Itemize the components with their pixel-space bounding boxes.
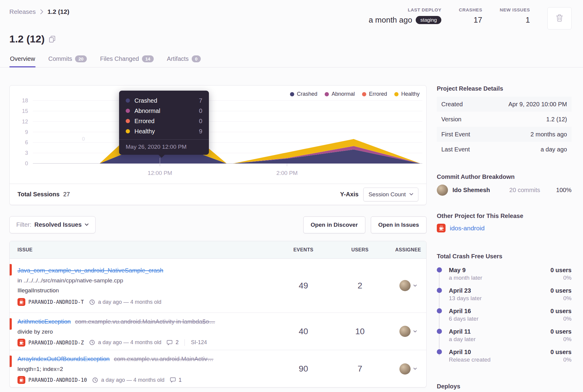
legend-item-crashed[interactable]: Crashed xyxy=(290,91,317,97)
clock-icon xyxy=(89,340,95,345)
crashed-dot-icon xyxy=(126,98,130,103)
svg-text:3: 3 xyxy=(25,150,28,156)
tooltip-row-abnormal: Abnormal0 xyxy=(126,106,202,116)
timeline-item: May 9 a month later 0 users0% xyxy=(437,266,572,287)
new-issues-value: 1 xyxy=(526,15,530,25)
chevron-down-icon xyxy=(413,368,417,370)
issue-events-count: 40 xyxy=(277,327,330,336)
svg-text:15: 15 xyxy=(22,108,28,114)
total-sessions-label: Total Sessions xyxy=(17,191,60,198)
project-slug[interactable]: PARANOID-ANDROID-10 xyxy=(28,377,87,383)
deploys-title: Deploys xyxy=(437,383,460,390)
errored-legend-dot xyxy=(362,92,366,96)
open-in-issues-button[interactable]: Open in Issues xyxy=(371,216,427,233)
other-project-title: Other Project for This Release xyxy=(437,213,523,219)
issue-events-count: 49 xyxy=(277,281,330,291)
issue-title-link[interactable]: Java_com_example_vu_android_NativeSample… xyxy=(17,267,163,274)
issue-events-count: 90 xyxy=(277,364,330,374)
chart-footer: Total Sessions 27 Y-Axis Session Count xyxy=(10,184,426,205)
project-slug[interactable]: PARANOID-ANDROID-T xyxy=(28,299,84,305)
project-slug[interactable]: PARANOID-ANDROID-Z xyxy=(28,340,84,346)
delete-release-button[interactable] xyxy=(547,7,572,30)
legend-item-errored[interactable]: Errored xyxy=(362,91,387,97)
abnormal-dot-icon xyxy=(126,109,130,113)
new-issues-label: NEW ISSUES xyxy=(500,7,530,12)
svg-text:2:00 PM: 2:00 PM xyxy=(276,170,298,176)
crashes-label: CRASHES xyxy=(459,7,482,12)
release-details-title: Project Release Details xyxy=(437,85,572,92)
sessions-chart-card: Crashed Abnormal Errored Healthy 0369121… xyxy=(9,85,427,205)
abnormal-legend-dot xyxy=(325,92,329,96)
chevron-down-icon xyxy=(85,223,89,226)
svg-text:9: 9 xyxy=(25,129,28,135)
svg-text:12: 12 xyxy=(22,119,28,125)
assignee-avatar xyxy=(399,280,411,291)
crash-free-timeline: May 9 a month later 0 users0% April 23 1… xyxy=(437,266,572,369)
crashed-legend-dot xyxy=(290,92,294,96)
tab-artifacts[interactable]: Artifacts0 xyxy=(166,54,202,67)
issue-row: ArrayIndexOutOfBoundsExceptioncom.exampl… xyxy=(10,350,426,387)
column-header-users: USERS xyxy=(330,247,390,253)
tab-overview[interactable]: Overview xyxy=(9,54,36,67)
issues-filter-row: Filter: Resolved Issues Open in Discover… xyxy=(9,216,427,233)
y-axis-label: Y-Axis xyxy=(340,191,358,198)
assignee-avatar xyxy=(399,326,411,337)
commit-author-row: Ido Shemesh 20 commits 100% xyxy=(437,185,572,196)
java-project-icon[interactable] xyxy=(17,298,25,306)
other-project-link[interactable]: idos-android xyxy=(450,225,485,232)
breadcrumb-releases-link[interactable]: Releases xyxy=(9,8,36,15)
errored-dot-icon xyxy=(126,119,130,123)
y-axis-select[interactable]: Session Count xyxy=(363,188,418,201)
environment-badge: staging xyxy=(416,16,441,24)
stat-crashes: CRASHES 17 xyxy=(459,7,482,25)
stat-new-issues: NEW ISSUES 1 xyxy=(500,7,530,25)
breadcrumb: Releases 1.2 (12) xyxy=(9,8,69,15)
meta-divider xyxy=(184,339,185,346)
timeline-dot xyxy=(437,308,442,313)
legend-item-healthy[interactable]: Healthy xyxy=(394,91,420,97)
unresolved-indicator xyxy=(10,356,12,367)
tooltip-row-errored: Errored0 xyxy=(126,116,202,126)
tooltip-row-crashed: Crashed7 xyxy=(126,95,202,106)
artifacts-count-badge: 0 xyxy=(192,55,201,62)
tab-files-changed[interactable]: Files Changed14 xyxy=(99,54,154,67)
java-project-icon[interactable] xyxy=(17,339,25,347)
last-deploy-label: LAST DEPLOY xyxy=(369,7,441,12)
issue-culprit: com.example.vu.android.MainActiv… xyxy=(114,356,213,362)
legend-item-abnormal[interactable]: Abnormal xyxy=(325,91,355,97)
copy-version-icon[interactable] xyxy=(49,36,55,43)
release-sidebar: Project Release Details CreatedApr 9, 20… xyxy=(437,85,572,392)
commits-count-badge: 20 xyxy=(75,55,87,62)
healthy-dot-icon xyxy=(126,129,130,133)
issue-title-link[interactable]: ArithmeticException xyxy=(17,318,71,325)
svg-text:12:00 PM: 12:00 PM xyxy=(148,170,172,176)
issue-users-count: 7 xyxy=(330,364,390,374)
last-deploy-value: a month ago xyxy=(369,15,412,25)
assignee-dropdown[interactable] xyxy=(390,363,426,375)
tab-commits[interactable]: Commits20 xyxy=(48,54,87,67)
timeline-item: April 16 6 days later 0 users0% xyxy=(437,307,572,328)
column-header-events: EVENTS xyxy=(277,247,330,253)
svg-text:6: 6 xyxy=(25,139,28,145)
chevron-down-icon xyxy=(413,285,417,287)
timeline-dot xyxy=(437,267,442,272)
author-name: Ido Shemesh xyxy=(452,187,490,194)
issue-short-id: SI-124 xyxy=(191,339,207,346)
page-title: 1.2 (12) xyxy=(9,33,45,45)
sessions-stacked-area-chart[interactable]: 036912151812:00 PM2:00 PM xyxy=(10,86,426,178)
issue-title-link[interactable]: ArrayIndexOutOfBoundsException xyxy=(17,356,110,362)
assignee-dropdown[interactable] xyxy=(390,326,426,337)
issue-message: divide by zero xyxy=(17,327,274,337)
svg-text:0: 0 xyxy=(25,160,28,166)
java-project-icon[interactable] xyxy=(17,376,25,384)
stat-last-deploy: LAST DEPLOY a month ago staging xyxy=(369,7,441,25)
assignee-dropdown[interactable] xyxy=(390,280,426,291)
issue-age: a day ago — 4 months old xyxy=(101,377,164,383)
comments-count: 2 xyxy=(175,339,178,346)
issues-filter-select[interactable]: Filter: Resolved Issues xyxy=(9,216,96,233)
unresolved-indicator xyxy=(10,318,12,330)
healthy-legend-dot xyxy=(394,92,399,96)
breadcrumb-chevron-icon xyxy=(40,9,43,14)
detail-row-last-event: Last Eventa day ago xyxy=(437,142,572,157)
open-in-discover-button[interactable]: Open in Discover xyxy=(303,216,365,233)
